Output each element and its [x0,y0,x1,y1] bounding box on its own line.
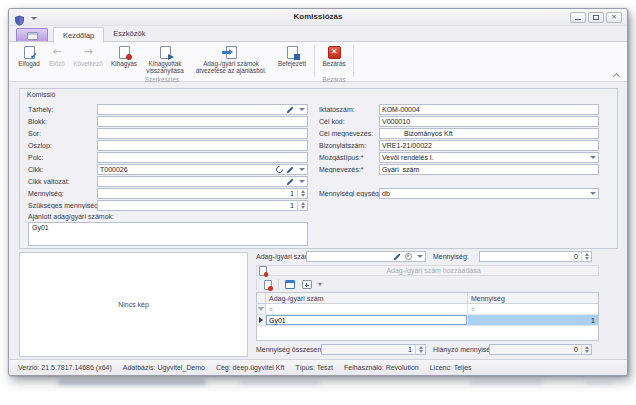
ribbon-collapse-icon[interactable] [614,72,620,78]
next-arrow-icon: → [83,46,92,58]
status-user: Felhasználó: Revolution [344,364,419,371]
polc-input[interactable] [97,152,308,163]
missing-qty-field[interactable]: 0 [489,344,592,355]
dropdown-icon[interactable] [299,180,305,183]
spin-up-icon[interactable] [585,253,589,256]
serial-detail-panel: Adag-/gyári szám: Mennyiség: 0 Adag-/gyá… [256,251,599,357]
serial-qty-label: Mennyiség: [433,253,479,260]
reopen-skipped-button[interactable]: Kihagyottak visszanyitása [141,44,189,76]
spinner-icons[interactable] [581,345,589,354]
suggested-serials-label: Ajánlott adag/gyári számok: [28,212,308,222]
accept-button[interactable]: ✔ Elfogad [13,44,45,76]
field-label-iktatoszam: Iktatószám: [319,106,379,113]
spin-down-icon[interactable] [585,257,589,260]
settings-gear-icon[interactable] [405,253,412,260]
megnevezes-input[interactable]: Gyári_szám [379,164,599,175]
szukseges-mennyiseg-stepper[interactable]: 1 [97,200,308,211]
form-left-column: Tárhely: Blokk: Sor: Oszlop: Polc: Cikk:… [28,104,308,246]
close-button[interactable]: ✕ [606,12,622,23]
cell-qty[interactable]: 1 [468,315,598,325]
quick-access-dropdown-icon[interactable] [31,17,37,20]
spin-down-icon[interactable] [419,350,423,353]
add-serial-button[interactable]: Adag-/gyári szám hozzáadása [256,265,599,276]
window-controls: ✕ [570,12,622,23]
status-licence: Licenc: Teljes [430,364,472,371]
status-version: Verzió: 21.5.7817.14686 (x64) [18,364,112,371]
iktatoszam-input[interactable]: KOM-00004 [379,104,599,115]
edit-pencil-icon[interactable] [286,178,293,185]
spin-up-icon[interactable] [301,190,305,193]
transfer-serial-numbers-icon [226,46,237,59]
accept-document-icon: ✔ [24,46,35,59]
cikk-input[interactable]: T000026 [97,164,308,175]
spinner-icons[interactable] [297,189,305,198]
cikk-valtozat-input[interactable] [97,176,308,187]
dropdown-icon[interactable] [299,168,305,171]
expand-button[interactable] [300,278,313,291]
close-form-button[interactable]: ✕ Bezárás [318,44,350,76]
dropdown-icon[interactable] [417,255,423,258]
edit-pencil-icon[interactable] [393,253,400,260]
field-label-mozgastipus: Mozgástípus:* [319,154,379,161]
dropdown-icon[interactable] [299,108,305,111]
titlebar[interactable]: Komissiózás ✕ [9,9,627,26]
serial-combo-input[interactable] [306,251,426,262]
delete-row-button[interactable] [261,278,274,291]
sor-input[interactable] [97,128,308,139]
transfer-serial-numbers-button[interactable]: Adag-/gyári számok átvezetése az ajánlás… [189,44,273,76]
skip-document-icon [119,46,130,59]
ribbon-separator [314,45,315,77]
file-tab[interactable] [16,28,48,42]
mennyiseg-stepper[interactable]: 1 [97,188,308,199]
app-shield-icon[interactable] [14,12,25,23]
finished-button[interactable]: Befejezett [273,44,311,76]
mozgastipus-select[interactable]: Vevői rendelés I. [379,152,599,163]
previous-button[interactable]: ← Előző [45,44,69,76]
total-qty-field[interactable]: 1 [321,344,426,355]
serial-qty-stepper[interactable]: 0 [479,251,592,262]
mennyisegi-egyseg-select[interactable]: db [379,188,599,199]
ribbon-group-label-edit: Szerkesztés [13,76,311,84]
spinner-icons[interactable] [297,201,305,210]
skip-button[interactable]: Kihagyás [107,44,141,76]
maximize-button[interactable] [588,12,604,23]
add-serial-icon [259,266,267,276]
blokk-input[interactable] [97,116,308,127]
next-button[interactable]: → Következő [69,44,107,76]
oszlop-input[interactable] [97,140,308,151]
spin-down-icon[interactable] [301,206,305,209]
suggested-serials-box[interactable]: Gy01 [28,222,308,246]
grid-column-serial[interactable]: Adag-/gyári szám [266,293,468,303]
filter-funnel-icon[interactable] [257,304,266,314]
column-chooser-button[interactable] [283,278,296,291]
cell-serial[interactable]: Gy01 [266,315,468,325]
minimize-button[interactable] [570,12,586,23]
spinner-icons[interactable] [581,252,589,261]
spin-down-icon[interactable] [301,194,305,197]
spin-up-icon[interactable] [301,202,305,205]
field-label-cikk-valtozat: Cikk változat: [28,178,97,185]
toolbar-dropdown-icon[interactable] [318,283,322,286]
filter-cell-serial[interactable]: = [266,304,468,314]
edit-pencil-icon[interactable] [286,106,293,113]
delete-row-icon [264,280,272,290]
spinner-icons[interactable] [415,345,423,354]
refresh-icon[interactable] [275,165,285,175]
grid-column-qty[interactable]: Mennyiség [468,293,598,303]
edit-pencil-icon[interactable] [286,166,293,173]
cel-megnevezes-input[interactable]: Bizományos Kft [379,128,599,139]
dropdown-icon[interactable] [590,192,596,195]
serial-grid: Adag-/gyári szám Mennyiség = = Gy01 1 [256,292,599,341]
filter-cell-qty[interactable]: = [468,304,598,314]
spin-up-icon[interactable] [585,346,589,349]
tab-eszkozok[interactable]: Eszközök [104,26,154,42]
tarhely-input[interactable] [97,104,308,115]
tab-kezdolap[interactable]: Kezdőlap [53,27,104,43]
spin-down-icon[interactable] [585,350,589,353]
cel-kod-input[interactable]: V000010 [379,116,599,127]
field-label-cikk: Cikk: [28,166,97,173]
reopen-skipped-document-icon [160,46,171,59]
dropdown-icon[interactable] [590,156,596,159]
bizonylatszam-input[interactable]: VRE1-21/00022 [379,140,599,151]
spin-up-icon[interactable] [419,346,423,349]
